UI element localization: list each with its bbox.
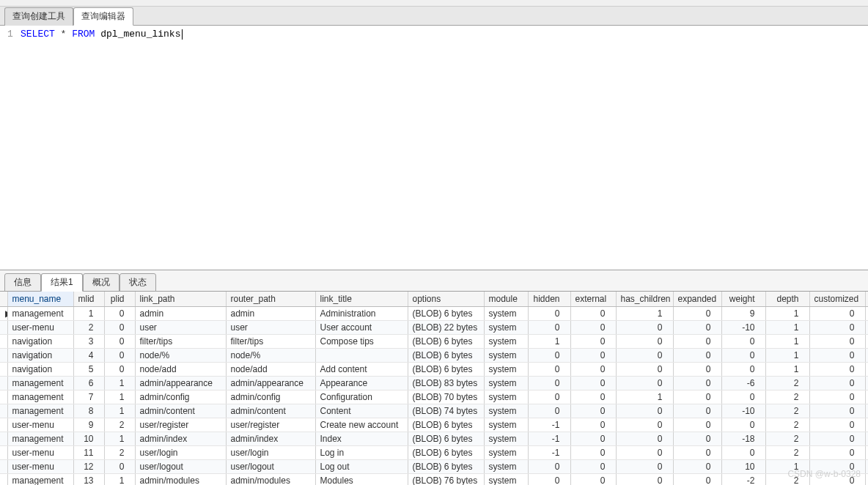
cell-customized[interactable]: 0 [809,474,865,486]
cell-options[interactable]: (BLOB) 83 bytes [408,377,484,390]
cell-module[interactable]: system [484,307,528,321]
tab-profile[interactable]: 概况 [83,273,119,292]
col-depth[interactable]: depth [765,292,809,307]
cell-depth[interactable]: 1 [765,335,809,349]
cell-customized[interactable]: 0 [809,349,865,363]
cell-menu_name[interactable]: management [7,404,73,418]
cell-mlid[interactable]: 3 [73,335,104,349]
cell-mlid[interactable]: 4 [73,349,104,363]
cell-weight[interactable]: -10 [721,404,765,418]
tab-info[interactable]: 信息 [4,273,41,292]
col-has_children[interactable]: has_children [616,292,673,307]
cell-customized[interactable]: 0 [809,377,865,390]
cell-depth[interactable]: 1 [765,460,809,474]
cell-options[interactable]: (BLOB) 6 bytes [408,446,484,460]
cell-module[interactable]: system [484,404,528,418]
cell-menu_name[interactable]: management [7,307,73,321]
cell-link_path[interactable]: user/register [135,418,226,432]
cell-mlid[interactable]: 5 [73,363,104,377]
cell-expanded[interactable]: 0 [673,363,721,377]
cell-expanded[interactable]: 0 [673,335,721,349]
cell-external[interactable]: 0 [570,446,616,460]
cell-mlid[interactable]: 9 [73,418,104,432]
cell-hidden[interactable]: 0 [528,390,570,404]
col-router_path[interactable]: router_path [226,292,315,307]
cell-link_path[interactable]: admin/content [135,404,226,418]
cell-weight[interactable]: -10 [721,321,765,335]
cell-link_path[interactable]: user/logout [135,460,226,474]
cell-options[interactable]: (BLOB) 6 bytes [408,418,484,432]
cell-menu_name[interactable]: management [7,390,73,404]
cell-link_title[interactable]: Appearance [315,377,408,390]
cell-external[interactable]: 0 [570,404,616,418]
cell-menu_name[interactable]: user-menu [7,460,73,474]
cell-external[interactable]: 0 [570,307,616,321]
cell-router_path[interactable]: admin/content [226,404,315,418]
tab-query-builder[interactable]: 查询创建工具 [4,7,73,26]
cell-weight[interactable]: 0 [721,446,765,460]
cell-link_path[interactable]: node/add [135,363,226,377]
cell-options[interactable]: (BLOB) 74 bytes [408,404,484,418]
cell-plid[interactable]: 0 [104,349,135,363]
col-weight[interactable]: weight [721,292,765,307]
cell-has_children[interactable]: 1 [616,307,673,321]
cell-depth[interactable]: 2 [765,404,809,418]
cell-expanded[interactable]: 0 [673,390,721,404]
cell-plid[interactable]: 2 [104,446,135,460]
cell-link_title[interactable]: Modules [315,474,408,486]
cell-plid[interactable]: 0 [104,335,135,349]
col-customized[interactable]: customized [809,292,865,307]
col-link_path[interactable]: link_path [135,292,226,307]
cell-depth[interactable]: 1 [765,307,809,321]
cell-link_path[interactable]: admin/modules [135,474,226,486]
cell-expanded[interactable]: 0 [673,432,721,446]
cell-hidden[interactable]: 0 [528,363,570,377]
table-row[interactable]: user-menu92user/registeruser/registerCre… [0,418,868,432]
cell-mlid[interactable]: 7 [73,390,104,404]
cell-link_title[interactable]: Compose tips [315,335,408,349]
cell-customized[interactable]: 0 [809,363,865,377]
cell-options[interactable]: (BLOB) 6 bytes [408,307,484,321]
cell-mlid[interactable]: 2 [73,321,104,335]
table-row[interactable]: management81admin/contentadmin/contentCo… [0,404,868,418]
cell-has_children[interactable]: 0 [616,377,673,390]
cell-plid[interactable]: 0 [104,321,135,335]
cell-external[interactable]: 0 [570,321,616,335]
result-grid-wrap[interactable]: menu_namemlidplidlink_pathrouter_pathlin… [0,292,868,485]
cell-customized[interactable]: 0 [809,418,865,432]
cell-customized[interactable]: 0 [809,335,865,349]
table-row[interactable]: management131admin/modulesadmin/modulesM… [0,474,868,486]
tab-status[interactable]: 状态 [119,273,156,292]
cell-link_path[interactable]: admin [135,307,226,321]
cell-plid[interactable]: 0 [104,307,135,321]
cell-link_title[interactable]: Content [315,404,408,418]
cell-weight[interactable]: -2 [721,474,765,486]
cell-depth[interactable]: 2 [765,390,809,404]
cell-external[interactable]: 0 [570,363,616,377]
cell-link_title[interactable]: Add content [315,363,408,377]
table-row[interactable]: navigation50node/addnode/addAdd content(… [0,363,868,377]
cell-depth[interactable]: 2 [765,377,809,390]
cell-options[interactable]: (BLOB) 6 bytes [408,460,484,474]
col-module[interactable]: module [484,292,528,307]
cell-link_path[interactable]: user [135,321,226,335]
cell-mlid[interactable]: 12 [73,460,104,474]
cell-depth[interactable]: 1 [765,349,809,363]
cell-options[interactable]: (BLOB) 6 bytes [408,349,484,363]
cell-hidden[interactable]: -1 [528,446,570,460]
cell-plid[interactable]: 1 [104,390,135,404]
cell-has_children[interactable]: 0 [616,432,673,446]
cell-link_title[interactable] [315,349,408,363]
cell-weight[interactable]: 0 [721,349,765,363]
col-link_title[interactable]: link_title [315,292,408,307]
cell-depth[interactable]: 2 [765,418,809,432]
cell-external[interactable]: 0 [570,349,616,363]
cell-has_children[interactable]: 0 [616,418,673,432]
cell-mlid[interactable]: 11 [73,446,104,460]
cell-has_children[interactable]: 0 [616,460,673,474]
cell-link_title[interactable]: Log out [315,460,408,474]
cell-has_children[interactable]: 0 [616,446,673,460]
cell-expanded[interactable]: 0 [673,460,721,474]
cell-expanded[interactable]: 0 [673,307,721,321]
table-row[interactable]: navigation30filter/tipsfilter/tipsCompos… [0,335,868,349]
